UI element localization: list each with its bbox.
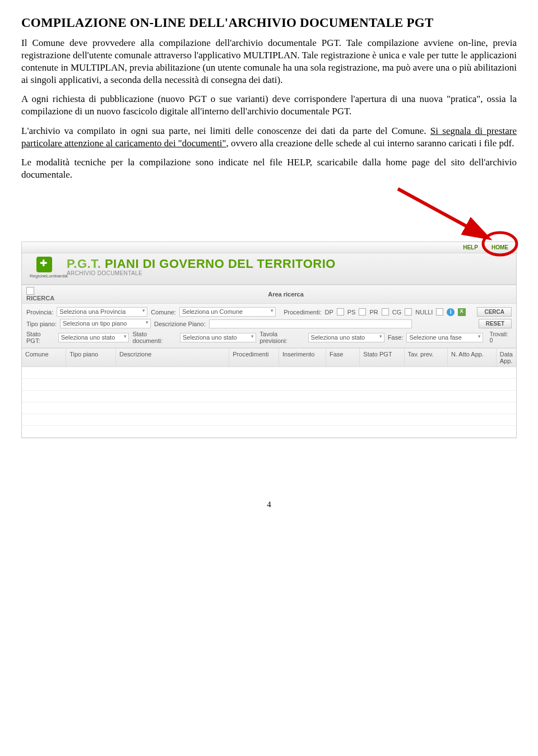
col-descrizione: Descrizione (116, 349, 229, 367)
excel-export-icon[interactable] (458, 308, 466, 316)
proc-dp-checkbox[interactable] (337, 308, 344, 316)
paragraph-3: L'archivio va compilato in ogni sua part… (21, 125, 517, 150)
reset-button[interactable]: RESET (479, 319, 512, 328)
table-row (22, 414, 516, 426)
area-ricerca-label: Area ricerca (60, 291, 512, 298)
col-data-app: Data App. (497, 349, 516, 367)
stato-documenti-select[interactable]: Seleziona uno stato (180, 333, 256, 342)
info-icon[interactable]: i (447, 308, 454, 316)
proc-cg-label: CG (392, 309, 402, 316)
descrizione-piano-input[interactable] (209, 319, 412, 328)
results-table-body (22, 367, 516, 438)
proc-ps-checkbox[interactable] (359, 308, 366, 316)
stato-pgt-select[interactable]: Seleziona uno stato (58, 333, 129, 342)
fase-select[interactable]: Selezione una fase (406, 333, 483, 342)
stato-documenti-label: Stato documenti: (132, 331, 177, 344)
heading-text: COMPILAZIONE ON-LINE DELL'ARCHIVIO DOCUM… (21, 16, 433, 30)
proc-cg-checkbox[interactable] (405, 308, 412, 316)
provincia-label: Provincia: (26, 309, 53, 316)
table-row (22, 367, 516, 379)
paragraph-4: Le modalità tecniche per la compilazione… (21, 156, 517, 181)
col-procedimenti: Procedimenti (229, 349, 279, 367)
page-heading: COMPILAZIONE ON-LINE DELL'ARCHIVIO DOCUM… (21, 16, 517, 30)
tavola-previsioni-label: Tavola previsioni: (259, 331, 304, 344)
proc-nulli-checkbox[interactable] (436, 308, 443, 316)
proc-nulli-label: NULLI (415, 309, 433, 316)
col-comune: Comune (22, 349, 66, 367)
col-n-atto-app: N. Atto App. (448, 349, 497, 367)
search-section-header: RICERCA Area ricerca (22, 285, 516, 304)
ricerca-label: RICERCA (26, 287, 60, 302)
stato-pgt-label: Stato PGT: (26, 331, 55, 344)
cerca-button[interactable]: CERCA (477, 307, 512, 317)
proc-pr-label: PR (369, 309, 378, 316)
logo-text: RegioneLombardia (30, 273, 59, 279)
paragraph-2: A ogni richiesta di pubblicazione (nuovo… (21, 93, 517, 118)
svg-point-1 (483, 233, 517, 255)
tavola-previsioni-select[interactable]: Seleziona uno stato (308, 333, 384, 342)
tipo-piano-select[interactable]: Seleziona un tipo piano (60, 319, 151, 328)
table-row (22, 426, 516, 438)
comune-label: Comune: (151, 309, 176, 316)
page-number: 4 (21, 500, 517, 509)
table-row (22, 402, 516, 414)
region-logo: RegioneLombardia (30, 257, 59, 279)
trovati-count: Trovati: 0 (490, 331, 512, 344)
procedimenti-label: Procedimenti: (284, 309, 321, 316)
col-fase: Fase (326, 349, 360, 367)
proc-dp-label: DP (325, 309, 333, 316)
table-row (22, 379, 516, 391)
fase-label: Fase: (388, 334, 404, 341)
provincia-select[interactable]: Seleziona una Provincia (57, 307, 147, 317)
paragraph-1: Il Comune deve provvedere alla compilazi… (21, 37, 517, 86)
col-tav-prev: Tav. prev. (405, 349, 448, 367)
search-icon (26, 287, 34, 295)
comune-select[interactable]: Seleziona un Comune (179, 307, 276, 317)
proc-ps-label: PS (347, 309, 356, 316)
tipo-piano-label: Tipo piano: (26, 321, 57, 327)
table-row (22, 391, 516, 402)
descrizione-piano-label: Descrizione Piano: (154, 321, 206, 327)
filter-bar: Provincia: Seleziona una Provincia Comun… (22, 304, 516, 348)
logo-icon (36, 257, 52, 272)
app-screenshot: HELP | HOME RegioneLombardia P.G.T. PIAN… (21, 242, 517, 438)
svg-line-0 (398, 189, 486, 237)
annotation-arrow (21, 197, 517, 242)
col-inserimento: Inserimento (279, 349, 326, 367)
results-table-header: Comune Tipo piano Descrizione Procedimen… (22, 348, 516, 367)
col-stato-pgt: Stato PGT (360, 349, 404, 367)
app-title: P.G.T. PIANI DI GOVERNO DEL TERRITORIO A… (67, 257, 336, 276)
proc-pr-checkbox[interactable] (382, 308, 389, 316)
col-tipo-piano: Tipo piano (66, 349, 116, 367)
